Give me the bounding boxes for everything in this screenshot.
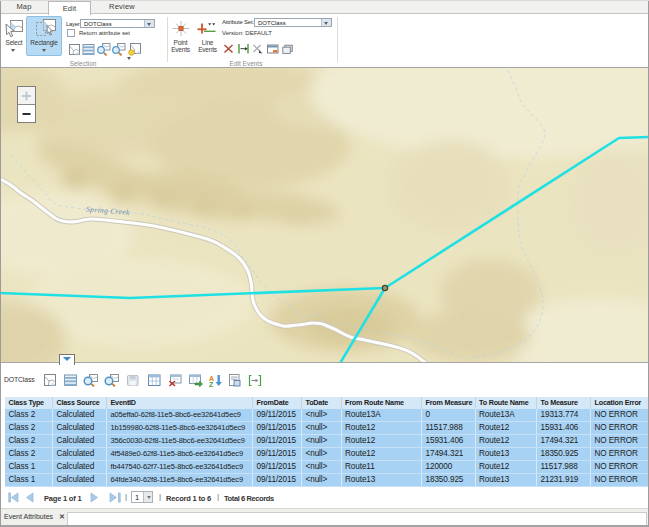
svg-text:Z: Z [209,381,214,388]
